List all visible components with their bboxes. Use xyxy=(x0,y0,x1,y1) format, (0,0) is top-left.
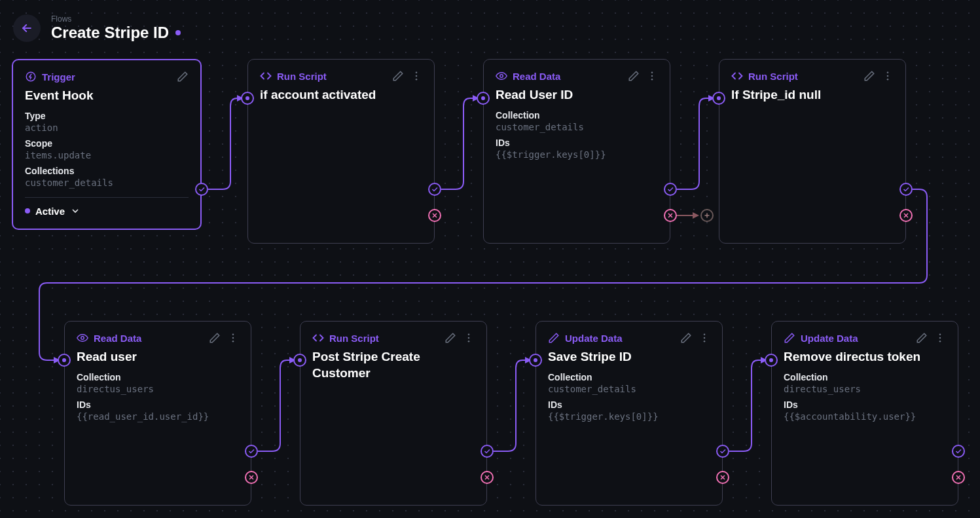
code-icon xyxy=(260,70,272,82)
port-resolve[interactable] xyxy=(245,445,258,458)
port-reject[interactable] xyxy=(245,471,258,484)
pencil-icon xyxy=(916,332,928,344)
port-resolve[interactable] xyxy=(716,445,729,458)
dots-vertical-icon xyxy=(463,332,475,344)
svg-point-19 xyxy=(704,337,706,339)
meta-label: Scope xyxy=(25,138,189,149)
operation-node[interactable]: Run Script If Stripe_id null xyxy=(719,59,906,244)
more-button[interactable] xyxy=(463,332,475,344)
port-reject[interactable] xyxy=(899,209,913,222)
breadcrumb[interactable]: Flows xyxy=(51,14,181,24)
operation-node[interactable]: Update Data Save Stripe ID Collection cu… xyxy=(535,321,723,506)
port-entry[interactable] xyxy=(293,354,306,367)
unsaved-indicator-icon xyxy=(175,30,181,35)
meta-label: IDs xyxy=(496,138,658,148)
meta-label: Type xyxy=(25,111,189,121)
eye-icon xyxy=(496,70,507,82)
back-button[interactable] xyxy=(13,14,41,42)
port-reject[interactable] xyxy=(716,471,729,484)
dots-vertical-icon xyxy=(646,70,658,82)
status-dropdown[interactable]: Active xyxy=(25,206,189,217)
svg-point-5 xyxy=(651,71,653,73)
operation-node[interactable]: Run Script if account activated xyxy=(247,59,435,244)
node-title: Event Hook xyxy=(25,88,189,104)
pencil-icon xyxy=(628,70,640,82)
operation-node[interactable]: Update Data Remove directus token Collec… xyxy=(771,321,958,506)
port-entry[interactable] xyxy=(241,92,254,105)
port-resolve[interactable] xyxy=(899,183,913,196)
more-button[interactable] xyxy=(646,70,658,82)
port-reject[interactable] xyxy=(952,471,965,484)
svg-point-6 xyxy=(651,75,653,77)
arrow-left-icon xyxy=(20,22,33,35)
operation-node[interactable]: Read Data Read user Collection directus_… xyxy=(64,321,251,506)
port-entry[interactable] xyxy=(765,354,778,367)
port-resolve[interactable] xyxy=(428,183,441,196)
edit-button[interactable] xyxy=(863,70,875,82)
more-button[interactable] xyxy=(410,70,422,82)
node-type-label: Read Data xyxy=(513,71,560,82)
port-reject[interactable] xyxy=(481,471,494,484)
page-title: Create Stripe ID xyxy=(51,24,169,42)
port-entry[interactable] xyxy=(712,92,725,105)
meta-value: {{$trigger.keys[0]}} xyxy=(548,411,710,422)
svg-point-10 xyxy=(887,79,889,81)
port-entry[interactable] xyxy=(529,354,542,367)
port-resolve[interactable] xyxy=(195,183,208,196)
svg-point-9 xyxy=(887,75,889,77)
dots-vertical-icon xyxy=(410,70,422,82)
svg-point-16 xyxy=(468,337,470,339)
svg-point-17 xyxy=(468,341,470,342)
port-resolve[interactable] xyxy=(664,183,677,196)
operation-node[interactable]: Read Data Read User ID Collection custom… xyxy=(483,59,670,244)
trigger-node[interactable]: Trigger Event Hook Type action Scope ite… xyxy=(12,59,202,230)
port-entry[interactable] xyxy=(477,92,490,105)
svg-point-8 xyxy=(887,71,889,73)
edit-button[interactable] xyxy=(392,70,404,82)
meta-value: directus_users xyxy=(77,384,239,394)
meta-value: directus_users xyxy=(784,384,946,394)
node-type-label: Update Data xyxy=(565,333,623,344)
svg-point-3 xyxy=(416,79,418,81)
meta-label: IDs xyxy=(77,399,239,410)
port-resolve[interactable] xyxy=(952,445,965,458)
more-button[interactable] xyxy=(934,332,946,344)
svg-point-21 xyxy=(939,333,941,335)
more-button[interactable] xyxy=(699,332,710,344)
svg-point-14 xyxy=(232,341,234,342)
node-title: Read user xyxy=(77,349,239,365)
pencil-icon xyxy=(209,332,221,344)
edit-button[interactable] xyxy=(177,71,189,83)
svg-point-18 xyxy=(704,333,706,335)
edit-button[interactable] xyxy=(916,332,928,344)
more-button[interactable] xyxy=(882,70,894,82)
edit-button[interactable] xyxy=(680,332,692,344)
port-entry[interactable] xyxy=(58,354,71,367)
port-reject[interactable] xyxy=(664,209,677,222)
edit-button[interactable] xyxy=(445,332,456,344)
operation-node[interactable]: Run Script Post Stripe Create Customer xyxy=(300,321,487,506)
port-reject[interactable] xyxy=(428,209,441,222)
chevron-down-icon xyxy=(70,206,81,216)
node-title: Post Stripe Create Customer xyxy=(312,349,475,381)
edit-button[interactable] xyxy=(209,332,221,344)
edit-button[interactable] xyxy=(628,70,640,82)
meta-label: IDs xyxy=(784,399,946,410)
svg-point-4 xyxy=(500,75,503,78)
svg-point-13 xyxy=(232,337,234,339)
meta-value: customer_details xyxy=(25,177,189,188)
dots-vertical-icon xyxy=(934,332,946,344)
node-title: if account activated xyxy=(260,87,422,103)
port-resolve[interactable] xyxy=(481,445,494,458)
meta-value: action xyxy=(25,122,189,133)
pencil-icon xyxy=(177,71,189,83)
meta-label: Collections xyxy=(25,166,189,176)
dots-vertical-icon xyxy=(699,332,710,344)
more-button[interactable] xyxy=(227,332,239,344)
svg-point-2 xyxy=(416,75,418,77)
status-label: Active xyxy=(35,206,65,217)
svg-point-12 xyxy=(232,333,234,335)
node-type-label: Run Script xyxy=(748,71,798,82)
meta-label: IDs xyxy=(548,399,710,410)
port-add[interactable] xyxy=(700,209,714,222)
